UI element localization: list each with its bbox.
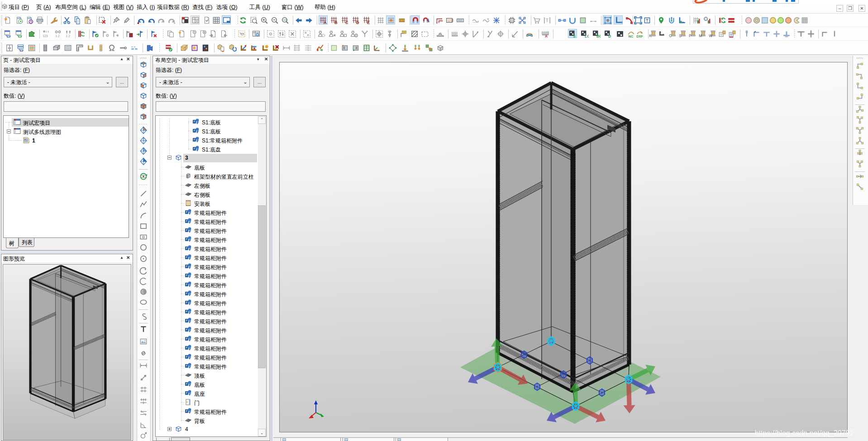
svg-text:S: S	[679, 33, 682, 38]
svg-text:M: M	[699, 33, 702, 38]
svg-text:A: A	[324, 20, 327, 24]
svg-text:B: B	[334, 20, 338, 24]
svg-text:123: 123	[447, 19, 453, 22]
svg-text:NC: NC	[628, 34, 633, 38]
svg-text:D: D	[356, 20, 359, 24]
svg-text:E: E	[367, 20, 370, 24]
svg-text:S: S	[573, 34, 576, 38]
svg-text:1 2: 1 2	[66, 34, 70, 38]
svg-text:T: T	[546, 18, 548, 23]
svg-text:W: W	[709, 33, 712, 38]
svg-text:P: P	[689, 33, 692, 38]
svg-text:1 2: 1 2	[55, 34, 60, 38]
svg-text:LC: LC	[585, 34, 589, 38]
svg-text:C: C	[669, 33, 672, 38]
svg-text:100: 100	[283, 19, 287, 21]
svg-text:C: C	[345, 20, 348, 24]
svg-text:K: K	[649, 33, 652, 38]
svg-text:DXF: DXF	[636, 34, 643, 38]
svg-text:A: A	[545, 34, 548, 38]
svg-text:123: 123	[43, 34, 48, 38]
svg-text:BC: BC	[596, 34, 601, 38]
svg-text:D: D	[608, 34, 611, 38]
